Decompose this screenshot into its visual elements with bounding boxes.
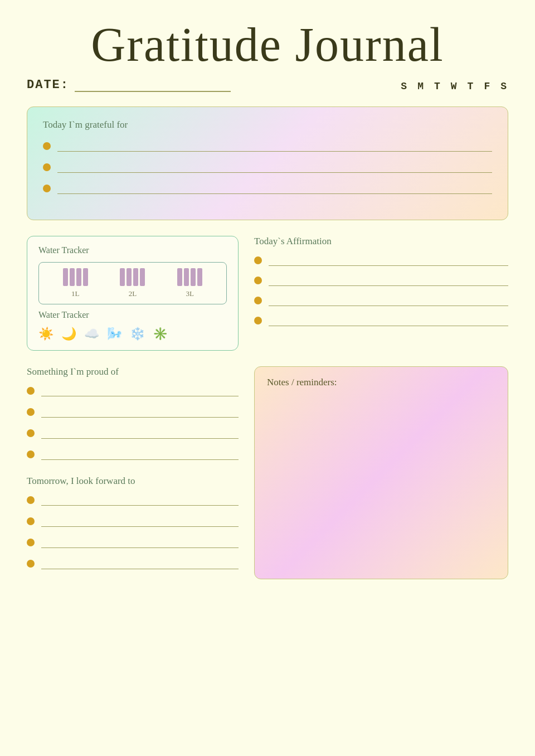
day-f: F (484, 81, 492, 92)
tomorrow-title: Tomorrow, I look forward to (27, 476, 239, 487)
water-bars-2 (120, 268, 145, 286)
tomorrow-section: Tomorrow, I look forward to (27, 476, 239, 569)
proud-input-2[interactable] (41, 406, 239, 418)
water-group-2: 2L (120, 268, 145, 298)
water-bar[interactable] (70, 268, 75, 286)
water-tracker-box: Water Tracker 1L 2L (27, 236, 239, 351)
snow-icon[interactable]: ❄️ (130, 327, 145, 341)
tomorrow-line-3 (27, 537, 239, 548)
proud-line-2 (27, 406, 239, 418)
proud-line-3 (27, 428, 239, 439)
tomorrow-input-2[interactable] (41, 516, 239, 527)
tomorrow-line-1 (27, 495, 239, 506)
water-tracker-subtitle: Water Tracker (38, 310, 227, 320)
bullet-icon (254, 277, 262, 284)
water-bars-1 (63, 268, 88, 286)
grateful-title: Today I`m grateful for (43, 119, 492, 130)
affirmation-input-3[interactable] (269, 295, 508, 306)
water-bar[interactable] (140, 268, 145, 286)
water-label-3: 3L (186, 289, 193, 298)
bullet-icon (27, 496, 35, 504)
bullet-icon (27, 429, 35, 437)
water-bar[interactable] (76, 268, 81, 286)
tomorrow-input-4[interactable] (41, 558, 239, 569)
notes-section: Notes / reminders: (254, 366, 508, 579)
tomorrow-input-1[interactable] (41, 495, 239, 506)
proud-input-4[interactable] (41, 449, 239, 460)
water-tracker-title: Water Tracker (38, 245, 227, 255)
bullet-icon (43, 142, 51, 150)
proud-input-1[interactable] (41, 385, 239, 396)
bullet-icon (27, 517, 35, 525)
water-label-2: 2L (129, 289, 137, 298)
bullet-icon (27, 387, 35, 395)
affirmation-line-3 (254, 295, 508, 306)
water-group-3: 3L (177, 268, 202, 298)
proud-input-3[interactable] (41, 428, 239, 439)
water-bar[interactable] (63, 268, 68, 286)
affirmation-line-4 (254, 315, 508, 326)
day-s2: S (500, 81, 508, 92)
star-icon[interactable]: ✳️ (153, 327, 168, 341)
date-input-line[interactable] (75, 91, 231, 92)
grateful-input-1[interactable] (57, 140, 492, 152)
bullet-icon (27, 539, 35, 546)
grateful-line-1 (43, 140, 492, 152)
water-bar[interactable] (177, 268, 182, 286)
sun-icon[interactable]: ☀️ (38, 327, 54, 341)
water-bars-container: 1L 2L 3L (38, 262, 227, 304)
bottom-row: Something I`m proud of Tomorrow, I look … (27, 366, 508, 579)
bullet-icon (254, 256, 262, 264)
grateful-section: Today I`m grateful for (27, 106, 508, 220)
water-bar[interactable] (191, 268, 196, 286)
day-t1: T (434, 81, 442, 92)
proud-title: Something I`m proud of (27, 366, 239, 377)
water-label-1: 1L (71, 289, 79, 298)
water-bar[interactable] (184, 268, 189, 286)
page-title: Gratitude Journal (27, 17, 508, 72)
day-s1: S (401, 81, 408, 92)
bullet-icon (254, 317, 262, 324)
grateful-input-2[interactable] (57, 162, 492, 173)
affirmation-input-2[interactable] (269, 275, 508, 286)
day-m: M (417, 81, 425, 92)
affirmation-line-2 (254, 275, 508, 286)
weather-icons-row: ☀️ 🌙 ☁️ 🌬️ ❄️ ✳️ (38, 327, 227, 341)
middle-row: Water Tracker 1L 2L (27, 236, 508, 351)
grateful-line-3 (43, 183, 492, 194)
wind-icon[interactable]: 🌬️ (107, 327, 122, 341)
grateful-input-3[interactable] (57, 183, 492, 194)
water-group-1: 1L (63, 268, 88, 298)
bullet-icon (27, 408, 35, 416)
tomorrow-input-3[interactable] (41, 537, 239, 548)
tomorrow-line-4 (27, 558, 239, 569)
date-label: DATE: (27, 78, 69, 92)
bullet-icon (43, 185, 51, 192)
affirmation-line-1 (254, 255, 508, 266)
water-bars-3 (177, 268, 202, 286)
bullet-icon (27, 560, 35, 568)
proud-line-4 (27, 449, 239, 460)
date-row: DATE: S M T W T F S (27, 78, 508, 94)
proud-section: Something I`m proud of Tomorrow, I look … (27, 366, 239, 579)
water-bar[interactable] (120, 268, 125, 286)
bullet-icon (254, 297, 262, 304)
water-bar[interactable] (197, 268, 202, 286)
moon-icon[interactable]: 🌙 (61, 327, 76, 341)
bullet-icon (43, 163, 51, 171)
day-t2: T (468, 81, 475, 92)
cloud-icon[interactable]: ☁️ (84, 327, 99, 341)
tomorrow-line-2 (27, 516, 239, 527)
bullet-icon (27, 450, 35, 458)
water-bar[interactable] (127, 268, 132, 286)
affirmation-title: Today`s Affirmation (254, 236, 508, 247)
proud-line-1 (27, 385, 239, 396)
water-bar[interactable] (133, 268, 138, 286)
affirmation-section: Today`s Affirmation (254, 236, 508, 351)
affirmation-input-1[interactable] (269, 255, 508, 266)
days-of-week: S M T W T F S (401, 81, 508, 92)
water-bar[interactable] (83, 268, 88, 286)
affirmation-input-4[interactable] (269, 315, 508, 326)
day-w: W (451, 81, 459, 92)
grateful-line-2 (43, 162, 492, 173)
